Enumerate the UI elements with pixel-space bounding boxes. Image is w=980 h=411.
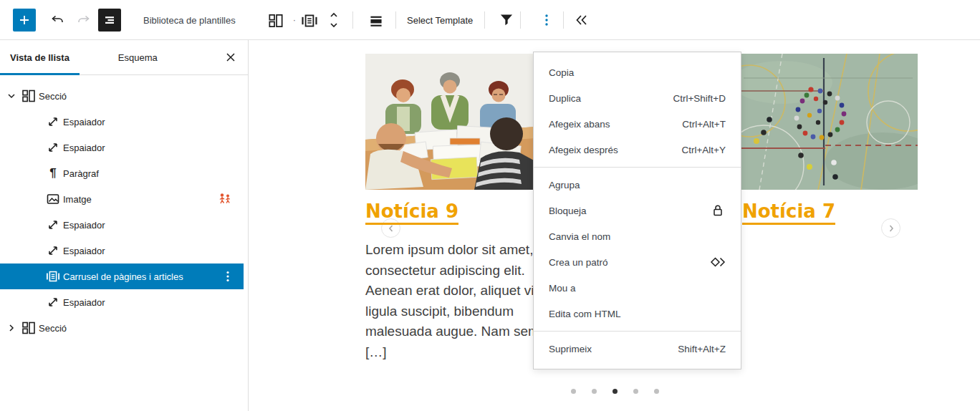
select-template-button[interactable]: Select Template bbox=[407, 0, 473, 40]
chevron-right-icon[interactable] bbox=[6, 322, 17, 334]
pagination-dot[interactable] bbox=[592, 389, 597, 394]
filter-icon[interactable] bbox=[497, 11, 516, 29]
news-excerpt: Lorem ipsum dolor sit amet, consectetur … bbox=[365, 240, 559, 362]
spacer-icon bbox=[44, 139, 62, 156]
shortcut-label: Ctrl+Shift+D bbox=[673, 93, 726, 104]
tree-item-seccio-collapsed[interactable]: Secció bbox=[0, 315, 248, 341]
list-view-button[interactable] bbox=[98, 9, 121, 32]
menu-item-mou-a[interactable]: Mou a bbox=[534, 275, 741, 301]
shortcut-label: Shift+Alt+Z bbox=[678, 344, 726, 354]
chevron-right-icon bbox=[887, 224, 895, 233]
section-block-icon[interactable] bbox=[266, 11, 285, 30]
paragraph-icon: ¶ bbox=[44, 165, 62, 182]
tree-item-espaiador[interactable]: Espaiador bbox=[0, 212, 248, 238]
lock-icon bbox=[710, 203, 726, 218]
spacer-icon bbox=[44, 113, 62, 130]
tree-item-espaiador[interactable]: Espaiador bbox=[0, 135, 248, 160]
list-view-icon bbox=[101, 11, 118, 29]
shortcut-label: Ctrl+Alt+T bbox=[682, 119, 726, 130]
tab-esquema[interactable]: Esquema bbox=[108, 40, 168, 74]
menu-item-crea-un-patro[interactable]: Crea un patró bbox=[534, 249, 741, 275]
options-kebab-icon[interactable] bbox=[539, 10, 554, 30]
menu-item-agrupa[interactable]: Agrupa bbox=[534, 172, 741, 198]
align-icon[interactable] bbox=[367, 11, 385, 30]
spacer-icon bbox=[44, 216, 62, 233]
collapse-sidebar-icon[interactable] bbox=[572, 11, 592, 29]
document-title: Biblioteca de plantilles bbox=[143, 0, 236, 40]
pagination-dot[interactable] bbox=[654, 389, 659, 394]
tree-item-espaiador[interactable]: Espaiador bbox=[0, 289, 248, 315]
spacer-icon bbox=[44, 294, 62, 311]
toolbar-separator bbox=[484, 11, 485, 29]
news-photo-meeting[interactable] bbox=[365, 54, 535, 190]
tree-item-label: Secció bbox=[39, 323, 67, 334]
tree-item-label: Espaiador bbox=[63, 142, 105, 153]
tree-item-label: Espaiador bbox=[63, 220, 105, 231]
tree-item-espaiador[interactable]: Espaiador bbox=[0, 238, 248, 263]
menu-item-edita-com-html[interactable]: Edita com HTML bbox=[534, 301, 741, 327]
menu-item-suprimeix[interactable]: Suprimeix Shift+Alt+Z bbox=[534, 336, 741, 362]
redo-icon bbox=[75, 11, 92, 29]
image-thumbnail-preview bbox=[218, 192, 232, 206]
tree-item-label: Secció bbox=[39, 91, 67, 102]
carousel-block-icon[interactable] bbox=[299, 11, 320, 30]
tree-item-paragraf[interactable]: ¶ Paràgraf bbox=[0, 160, 248, 186]
tree-item-label: Espaiador bbox=[63, 297, 105, 308]
menu-item-canvia-el-nom[interactable]: Canvia el nom bbox=[534, 223, 741, 249]
tree-item-label: Imatge bbox=[63, 194, 92, 205]
list-view-sidebar: Vista de llista Esquema Secció Espa bbox=[0, 40, 249, 411]
chevron-left-icon bbox=[387, 224, 395, 233]
close-icon[interactable] bbox=[224, 50, 238, 64]
toolbar-separator bbox=[563, 11, 564, 29]
carousel-next-button[interactable] bbox=[881, 218, 900, 238]
redo-button[interactable] bbox=[72, 9, 95, 32]
undo-button[interactable] bbox=[46, 9, 69, 32]
menu-item-copia[interactable]: Copia bbox=[534, 59, 741, 85]
tree-item-carrusel-selected[interactable]: Carrusel de pàgines i articles bbox=[0, 263, 244, 289]
shortcut-label: Ctrl+Alt+Y bbox=[681, 145, 726, 155]
menu-item-afegeix-abans[interactable]: Afegeix abans Ctrl+Alt+T bbox=[534, 111, 741, 137]
spacer-icon bbox=[44, 242, 62, 259]
editor-toolbar: Biblioteca de plantilles · Select Templa… bbox=[0, 0, 980, 40]
toolbar-separator bbox=[352, 11, 353, 29]
menu-item-bloqueja[interactable]: Bloqueja bbox=[534, 198, 741, 223]
tree-item-label: Espaiador bbox=[63, 117, 105, 127]
tree-item-label: Carrusel de pàgines i articles bbox=[63, 271, 183, 282]
section-icon bbox=[20, 319, 37, 337]
undo-icon bbox=[49, 11, 66, 29]
tree-item-espaiador[interactable]: Espaiador bbox=[0, 109, 248, 135]
tab-vista-de-llista[interactable]: Vista de llista bbox=[0, 40, 80, 74]
tree-item-seccio[interactable]: Secció bbox=[0, 83, 248, 109]
section-icon bbox=[20, 87, 37, 105]
pagination-dot[interactable] bbox=[633, 389, 638, 394]
block-options-menu: Copia Duplica Ctrl+Shift+D Afegeix abans… bbox=[533, 52, 741, 369]
plus-icon bbox=[17, 13, 32, 27]
carousel-icon bbox=[44, 268, 62, 285]
toolbar-separator bbox=[520, 11, 521, 29]
pattern-icon bbox=[710, 254, 726, 270]
block-tree: Secció Espaiador Espaiador ¶ Paràgraf bbox=[0, 75, 248, 341]
tree-item-label: Paràgraf bbox=[63, 168, 99, 179]
tree-item-imatge[interactable]: Imatge bbox=[0, 186, 248, 212]
sidebar-tabs: Vista de llista Esquema bbox=[0, 40, 248, 75]
carousel-pagination bbox=[249, 389, 980, 394]
block-mover-buttons[interactable] bbox=[325, 8, 343, 32]
pagination-dot[interactable] bbox=[571, 389, 576, 394]
news-title-link[interactable]: Notícia 9 bbox=[365, 200, 458, 225]
tree-item-label: Espaiador bbox=[63, 246, 105, 256]
pagination-dot-active[interactable] bbox=[612, 389, 618, 394]
breadcrumb-dot: · bbox=[291, 10, 298, 29]
image-icon bbox=[44, 190, 62, 208]
menu-divider bbox=[534, 331, 741, 332]
menu-item-duplica[interactable]: Duplica Ctrl+Shift+D bbox=[534, 85, 741, 111]
row-options-kebab-icon[interactable] bbox=[219, 268, 236, 285]
wordpress-block-editor: Biblioteca de plantilles · Select Templa… bbox=[0, 0, 980, 411]
toolbar-separator bbox=[395, 11, 396, 29]
menu-item-afegeix-despres[interactable]: Afegeix després Ctrl+Alt+Y bbox=[534, 137, 741, 163]
menu-divider bbox=[534, 167, 741, 168]
chevron-down-icon[interactable] bbox=[6, 90, 17, 102]
block-inserter-button[interactable] bbox=[13, 9, 36, 32]
news-photo-court[interactable] bbox=[739, 54, 918, 190]
news-title-link[interactable]: Notícia 7 bbox=[742, 200, 835, 225]
